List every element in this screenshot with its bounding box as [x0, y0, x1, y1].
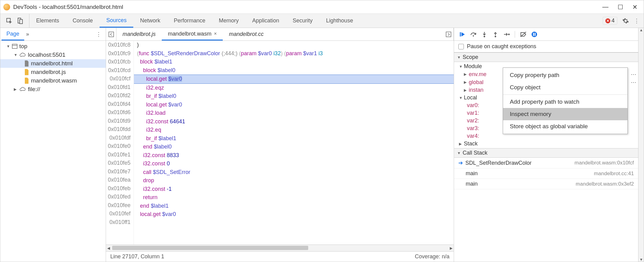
- ctx-store-global[interactable]: Store object as global variable: [503, 120, 627, 133]
- scroll-right-icon[interactable]: ▶: [450, 246, 453, 250]
- code-line[interactable]: i32.load: [134, 109, 454, 118]
- tab-sources[interactable]: Sources: [100, 14, 133, 28]
- tab-performance[interactable]: Performance: [167, 14, 212, 28]
- ctx-add-watch[interactable]: Add property path to watch: [503, 96, 627, 108]
- navigator-tab-page[interactable]: Page: [2, 28, 24, 40]
- triangle-right-icon: ▶: [464, 72, 468, 76]
- tab-memory[interactable]: Memory: [212, 14, 245, 28]
- scroll-left-icon[interactable]: ◀: [107, 246, 110, 250]
- code-area[interactable]: ) (func $SDL_SetRenderDrawColor (;444;) …: [134, 41, 454, 245]
- settings-gear-icon[interactable]: [622, 17, 629, 24]
- code-line[interactable]: block $label0: [134, 66, 454, 75]
- cloud-icon: [19, 52, 26, 57]
- minimize-icon[interactable]: —: [602, 3, 608, 11]
- scope-stack[interactable]: ▶ Stack: [457, 140, 638, 148]
- tree-top[interactable]: ▼ top: [0, 42, 106, 51]
- pause-on-exceptions-icon[interactable]: [530, 30, 538, 38]
- deactivate-breakpoints-icon[interactable]: [519, 30, 527, 38]
- file-icon: [24, 60, 29, 67]
- code-line[interactable]: ): [134, 41, 454, 49]
- callstack-section-header[interactable]: ▼ Call Stack: [454, 148, 638, 158]
- editor-tab-js[interactable]: mandelbrot.js: [116, 28, 162, 40]
- code-line[interactable]: end $label0: [134, 143, 454, 151]
- code-line[interactable]: return: [134, 193, 454, 202]
- tree-host[interactable]: ▼ localhost:5501: [0, 51, 106, 59]
- editor-tab-cc[interactable]: mandelbrot.cc: [223, 28, 270, 40]
- close-icon[interactable]: ✕: [632, 3, 638, 11]
- code-line[interactable]: i32.const 8833: [134, 151, 454, 160]
- pause-exceptions-row[interactable]: Pause on caught exceptions: [454, 41, 638, 52]
- step-icon[interactable]: [502, 30, 510, 38]
- triangle-right-icon: ▶: [459, 142, 463, 146]
- ctx-copy-property-path[interactable]: Copy property path: [503, 69, 627, 81]
- tab-network[interactable]: Network: [133, 14, 167, 28]
- step-over-icon[interactable]: [469, 30, 477, 38]
- scope-item-name: instan: [469, 87, 483, 93]
- code-line[interactable]: br_if $label0: [134, 92, 454, 101]
- scope-local-label: Local: [464, 94, 477, 101]
- navigator-menu-icon[interactable]: ⋮: [96, 31, 101, 38]
- scope-header-label: Scope: [463, 54, 478, 60]
- scroll-down-icon[interactable]: ▼: [639, 257, 643, 262]
- callstack-frame[interactable]: main mandelbrot.cc:41: [454, 168, 638, 179]
- tab-application[interactable]: Application: [245, 14, 286, 28]
- scroll-thumb[interactable]: [112, 246, 308, 250]
- callstack-loc: mandelbrot.cc:41: [594, 171, 634, 177]
- more-menu-icon[interactable]: ⋮: [634, 17, 639, 24]
- maximize-icon[interactable]: ☐: [618, 3, 623, 11]
- history-back-icon[interactable]: [106, 28, 116, 40]
- code-line[interactable]: br_if $label1: [134, 134, 454, 143]
- ctx-copy-object[interactable]: Copy object: [503, 81, 627, 94]
- code-line[interactable]: i32.eq: [134, 126, 454, 134]
- device-toggle-icon[interactable]: [17, 17, 24, 24]
- callstack-frame[interactable]: main mandelbrot.wasm:0x3ef2: [454, 179, 638, 189]
- step-out-icon[interactable]: [491, 30, 499, 38]
- navigator-tabs: Page » ⋮: [0, 28, 106, 41]
- editor-panel: mandelbrot.js mandelbrot.wasm × mandelbr…: [106, 28, 454, 262]
- code-line[interactable]: [134, 219, 454, 227]
- pause-exceptions-checkbox[interactable]: [458, 44, 464, 49]
- inspect-element-icon[interactable]: [6, 17, 13, 24]
- horizontal-scrollbar[interactable]: ◀ ▶: [106, 245, 454, 251]
- code-line[interactable]: block $label1: [134, 58, 454, 66]
- tab-lighthouse[interactable]: Lighthouse: [319, 14, 360, 28]
- code-line[interactable]: i32.const -1: [134, 185, 454, 194]
- scope-var-name: var0:: [467, 102, 479, 109]
- debugger-toolbar: [454, 28, 638, 41]
- tree-file-js[interactable]: mandelbrot.js: [0, 68, 106, 76]
- tab-elements[interactable]: Elements: [29, 14, 66, 28]
- error-count-badge[interactable]: ✕ 4: [603, 17, 617, 25]
- main-tabbar: Elements Console Sources Network Perform…: [0, 14, 644, 28]
- triangle-down-icon: ▼: [457, 151, 461, 155]
- code-line[interactable]: drop: [134, 176, 454, 185]
- history-forward-icon[interactable]: [443, 28, 454, 40]
- tab-console[interactable]: Console: [66, 14, 100, 28]
- code-line[interactable]: i32.const 0: [134, 160, 454, 168]
- resume-icon[interactable]: [458, 30, 466, 38]
- tree-file-scheme[interactable]: ▶ file://: [0, 85, 106, 94]
- code-line[interactable]: local.get $var0: [134, 75, 454, 84]
- navigator-more-icon[interactable]: »: [26, 31, 29, 37]
- editor-tabs: mandelbrot.js mandelbrot.wasm × mandelbr…: [106, 28, 454, 41]
- scroll-up-icon[interactable]: ▲: [639, 28, 643, 32]
- tab-security[interactable]: Security: [286, 14, 319, 28]
- code-line[interactable]: end $label1: [134, 202, 454, 210]
- ctx-inspect-memory[interactable]: Inspect memory: [503, 108, 627, 120]
- devtools-window: DevTools - localhost:5501/mandelbrot.htm…: [0, 0, 644, 262]
- step-into-icon[interactable]: [480, 30, 488, 38]
- code-line[interactable]: i32.eqz: [134, 84, 454, 92]
- code-body[interactable]: 0x010fc8 0x010fc9 0x010fcb 0x010fcd 0x01…: [106, 41, 454, 245]
- code-line[interactable]: i32.const 64641: [134, 118, 454, 126]
- editor-tab-wasm[interactable]: mandelbrot.wasm ×: [162, 28, 223, 40]
- code-line[interactable]: call $SDL_SetError: [134, 168, 454, 177]
- code-line[interactable]: (func $SDL_SetRenderDrawColor (;444;) (p…: [134, 49, 454, 58]
- tree-file-html[interactable]: mandelbrot.html: [0, 59, 106, 68]
- callstack-frame[interactable]: ➔ SDL_SetRenderDrawColor mandelbrot.wasm…: [454, 158, 638, 168]
- scope-section-header[interactable]: ▼ Scope: [454, 52, 638, 62]
- close-tab-icon[interactable]: ×: [214, 31, 217, 37]
- code-line[interactable]: local.get $var0: [134, 101, 454, 109]
- vertical-scrollbar[interactable]: ▲ ▼: [638, 28, 644, 262]
- tree-file-wasm[interactable]: mandelbrot.wasm: [0, 76, 106, 85]
- code-line[interactable]: local.get $var0: [134, 210, 454, 219]
- inspect-toggle-group: [0, 14, 29, 28]
